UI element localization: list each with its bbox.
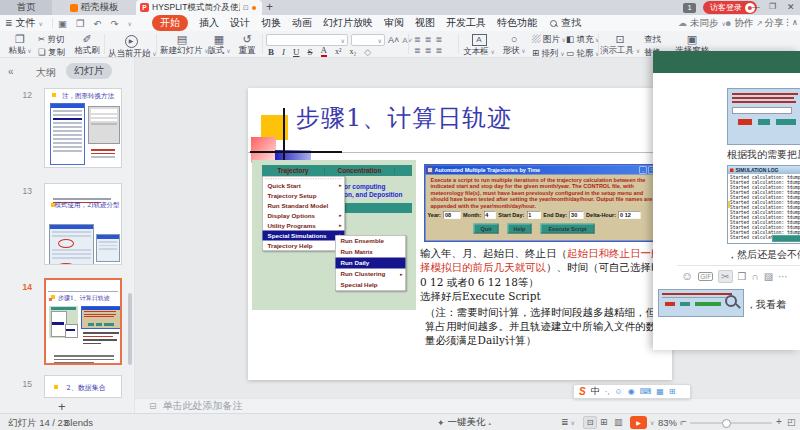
- collaborate-button[interactable]: ☻ 协作: [724, 15, 753, 31]
- collapse-ribbon-icon[interactable]: ∧: [792, 18, 798, 27]
- print-icon[interactable]: ❐: [76, 18, 85, 29]
- tab-slides[interactable]: 幻灯片: [66, 63, 112, 79]
- keyboard-icon[interactable]: ⌨: [640, 387, 652, 396]
- chat-input-text[interactable]: ，我看着: [746, 298, 786, 312]
- image-icon[interactable]: ▨: [764, 271, 773, 282]
- ime-toolbar[interactable]: S 中 ·, ☺ ◉ ⌨ ▦ ⊞: [573, 384, 691, 399]
- play-options-icon[interactable]: ∨: [650, 419, 654, 426]
- fit-slide-icon[interactable]: ◰: [787, 417, 796, 427]
- sogou-logo[interactable]: S: [579, 386, 586, 397]
- menu-tab-transitions[interactable]: 切换: [261, 16, 281, 30]
- chat-window[interactable]: 根据我的需要把原来的 SIMULATION LOG Started calcul…: [653, 51, 800, 350]
- scrollbar-thumb[interactable]: [128, 293, 132, 365]
- tab-docer-templates[interactable]: 稻壳模板: [54, 0, 134, 15]
- beautify-button[interactable]: ✦ 一键美化 ▴: [437, 416, 491, 429]
- slide[interactable]: 步骤1、计算日轨迹 or computing on, and Depositio…: [248, 88, 672, 380]
- present-mode-icon[interactable]: ⊡: [243, 4, 249, 12]
- format-painter-button[interactable]: ✐ 格式刷: [72, 33, 102, 55]
- view-reading-button[interactable]: ▥: [614, 417, 623, 427]
- simulation-log-screenshot[interactable]: SIMULATION LOG Started calculation: tdum…: [727, 165, 800, 244]
- menu-tab-animation[interactable]: 动画: [292, 16, 312, 30]
- more-tools-icon[interactable]: ⋯: [778, 271, 788, 282]
- find-button[interactable]: 查找: [644, 33, 667, 46]
- zoom-slider-track[interactable]: [690, 422, 772, 424]
- cloud-sync-status[interactable]: ☁ 未同步 ∨: [678, 15, 726, 31]
- tab-document[interactable]: P HYSPLIT模式简介及使用(第) ⊡: [136, 0, 262, 15]
- new-slide-button[interactable]: ▤ 新建幻灯片 ∨: [160, 33, 204, 56]
- slide-thumbnail-14[interactable]: 步骤1、计算日轨迹: [44, 278, 122, 365]
- redo-icon[interactable]: ↷: [110, 18, 118, 29]
- cut-button[interactable]: ✂ 剪切: [38, 33, 65, 46]
- bold-button[interactable]: B: [268, 47, 274, 57]
- slide-thumbnail-12[interactable]: 注，图形转换方法: [44, 88, 122, 168]
- gif-icon[interactable]: GIF: [698, 272, 713, 281]
- presentation-tools-button[interactable]: ⊡ 演示工具 ∨: [600, 33, 640, 56]
- font-family-select[interactable]: ∨: [266, 34, 348, 46]
- menu-tab-devtools[interactable]: 开发工具: [446, 16, 486, 30]
- undo-icon[interactable]: ↶: [94, 18, 102, 29]
- menu-tab-view[interactable]: 视图: [415, 16, 435, 30]
- shapes-button[interactable]: ○ 形状 ∨: [500, 33, 528, 56]
- theme-name[interactable]: Blends: [64, 417, 93, 428]
- more-menu-icon[interactable]: ⋮: [783, 17, 792, 27]
- subscript-button[interactable]: x₂: [349, 47, 356, 56]
- layout-button[interactable]: ▦ 版式 ∨: [206, 33, 232, 56]
- window-count-badge[interactable]: 1: [683, 3, 696, 13]
- guest-login-button[interactable]: 访客登录 ☻: [703, 1, 757, 14]
- strikethrough-button[interactable]: S: [308, 47, 313, 57]
- tab-home[interactable]: 首页: [0, 0, 52, 15]
- file-menu[interactable]: ≣ 文件 ∨: [5, 15, 43, 31]
- paste-button[interactable]: ❐ 粘贴 ∨: [6, 33, 34, 56]
- close-button[interactable]: ✕: [787, 2, 795, 12]
- maximize-restore-button[interactable]: ❐: [769, 2, 776, 11]
- chat-image-message[interactable]: [727, 88, 800, 145]
- paragraph-tools[interactable]: ≣≣≣ ≣≣≣: [414, 34, 446, 56]
- emoji-icon[interactable]: ☺: [615, 387, 623, 396]
- notes-bar[interactable]: ⊟ 单击此处添加备注: [135, 398, 800, 413]
- emoji-icon[interactable]: ☺: [681, 269, 693, 283]
- headset-icon[interactable]: ∩: [751, 271, 758, 282]
- slide-thumbnail-13[interactable]: 模式使用，2)轨迹分型: [44, 183, 122, 265]
- save-icon[interactable]: ▣: [58, 18, 67, 29]
- new-tab-button[interactable]: +: [266, 0, 273, 15]
- search-box[interactable]: 查找: [550, 15, 581, 31]
- skin-icon[interactable]: ▦: [656, 387, 664, 396]
- zoom-slider-knob[interactable]: [722, 419, 731, 428]
- view-sorter-button[interactable]: ⊞: [600, 417, 608, 427]
- play-from-current-button[interactable]: ▶ 从当前开始 ∨: [108, 33, 154, 59]
- reset-button[interactable]: ↺ 重置: [234, 33, 260, 55]
- increase-font-icon[interactable]: A˄: [388, 35, 399, 45]
- slide-thumbnail-15[interactable]: 2、数据集合: [44, 375, 122, 398]
- menu-tab-slideshow[interactable]: 幻灯片放映: [323, 16, 373, 30]
- mic-icon[interactable]: ◉: [628, 387, 635, 396]
- add-slide-button[interactable]: +: [58, 399, 66, 414]
- share-button[interactable]: ↗ 分享: [756, 15, 784, 31]
- font-size-select[interactable]: ∨: [351, 34, 385, 46]
- superscript-button[interactable]: x²: [335, 47, 341, 56]
- tab-outline[interactable]: 大纲: [36, 66, 56, 80]
- menu-tab-design[interactable]: 设计: [230, 16, 250, 30]
- punctuation-icon[interactable]: ·,: [605, 387, 610, 396]
- fill-button[interactable]: ◧ 填充 ∨: [566, 33, 599, 47]
- file-folder-icon[interactable]: ❒: [738, 271, 747, 282]
- menu-tab-home[interactable]: 开始: [152, 15, 188, 31]
- input-mode-chinese[interactable]: 中: [591, 385, 600, 398]
- chat-input-thumbnail[interactable]: [658, 289, 744, 317]
- collapse-panel-icon[interactable]: «: [8, 66, 14, 77]
- menu-tab-insert[interactable]: 插入: [199, 16, 219, 30]
- menu-tab-review[interactable]: 审阅: [384, 16, 404, 30]
- screenshot-scissors-icon[interactable]: ✂: [718, 270, 732, 283]
- view-normal-button[interactable]: ⊡: [583, 416, 597, 429]
- slideshow-play-button[interactable]: ▶: [630, 416, 647, 429]
- quick-access-more-icon[interactable]: ∨: [127, 20, 131, 27]
- zoom-out-icon[interactable]: −: [681, 416, 687, 427]
- italic-button[interactable]: I: [282, 47, 285, 57]
- sidebar-scrollbar[interactable]: [128, 88, 132, 398]
- textbox-button[interactable]: A 文本框 ∨: [462, 33, 496, 57]
- toolbox-icon[interactable]: ⊞: [669, 387, 676, 396]
- underline-button[interactable]: U: [293, 47, 300, 57]
- font-color-button[interactable]: A: [321, 46, 328, 57]
- zoom-in-icon[interactable]: +: [776, 416, 782, 427]
- minimize-button[interactable]: —: [752, 2, 760, 11]
- text-effect-icon[interactable]: ◇: [364, 47, 371, 57]
